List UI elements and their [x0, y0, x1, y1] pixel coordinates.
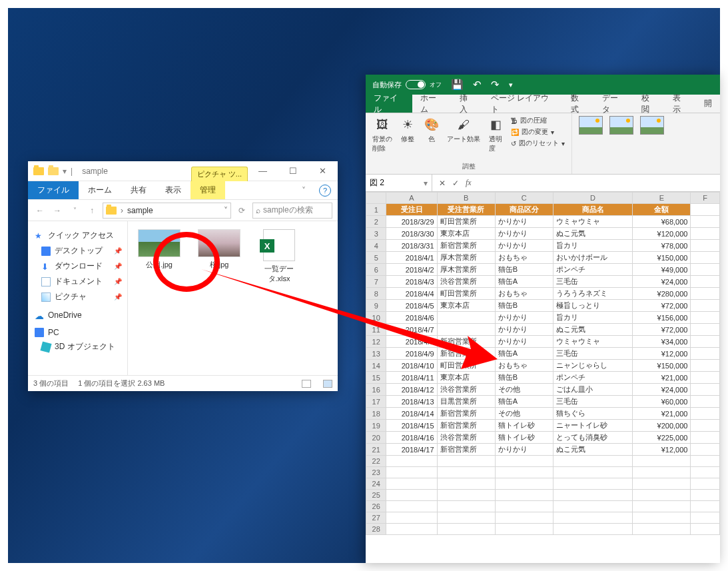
nav-documents[interactable]: ドキュメント📌 — [28, 274, 127, 289]
excel-titlebar[interactable]: 自動保存オフ 💾 ↶ ↷ ▾ — [366, 75, 720, 95]
explorer-ribbon-tabs: ファイル ホーム 共有 表示 管理 ˅ ? — [28, 181, 338, 200]
tab-manage[interactable]: 管理 — [190, 181, 225, 199]
help-icon[interactable]: ? — [319, 185, 331, 197]
tab-home[interactable]: ホーム — [79, 181, 121, 199]
picture-style-thumb[interactable] — [579, 116, 603, 135]
file-list: 公園.jpg 桜.jpg 一覧データ.xlsx — [128, 221, 338, 375]
qat-customize-icon[interactable]: ▾ — [509, 81, 513, 89]
view-details-icon[interactable] — [302, 380, 311, 388]
folder-icon — [33, 167, 44, 175]
nav-pictures[interactable]: ピクチャ📌 — [28, 289, 127, 304]
corrections-button[interactable]: ☀修整 — [399, 116, 416, 144]
excel-window: 自動保存オフ 💾 ↶ ↷ ▾ ファイル ホーム 挿入 ページ レイアウト 数式 … — [366, 75, 720, 563]
address-segment[interactable]: sample — [127, 206, 153, 215]
fx-icon[interactable]: fx — [466, 178, 472, 188]
nav-forward-button[interactable]: → — [51, 206, 64, 215]
compress-pictures-button[interactable]: 🗜図の圧縮 — [511, 116, 565, 125]
tab-home[interactable]: ホーム — [412, 95, 452, 113]
window-title: sample — [78, 161, 191, 181]
color-button[interactable]: 🎨色 — [423, 116, 440, 144]
close-button[interactable]: ✕ — [308, 161, 338, 181]
file-item-park[interactable]: 公園.jpg — [136, 229, 182, 270]
address-bar[interactable]: › sample ˅ — [103, 203, 231, 219]
remove-background-button[interactable]: 🖼背景の 削除 — [372, 116, 392, 153]
tab-file[interactable]: ファイル — [366, 95, 412, 113]
autosave-toggle[interactable] — [406, 80, 426, 89]
minimize-button[interactable]: — — [248, 161, 278, 181]
tab-share[interactable]: 共有 — [121, 181, 156, 199]
status-bar: 3 個の項目 1 個の項目を選択 2.63 MB — [28, 375, 338, 391]
ribbon-group-label: 調整 — [462, 161, 476, 171]
tab-view[interactable]: 表示 — [156, 181, 190, 199]
explorer-window: ▾ | sample ピクチャ ツ... — ☐ ✕ ファイル ホーム 共有 表… — [28, 161, 338, 391]
tab-formulas[interactable]: 数式 — [563, 95, 594, 113]
excel-ribbon: 🖼背景の 削除 ☀修整 🎨色 🖌アート効果 ◧透明 度 🗜図の圧縮 🔁図の変更▾… — [366, 113, 720, 175]
file-item-list-xlsx[interactable]: 一覧データ.xlsx — [256, 229, 302, 284]
tab-file[interactable]: ファイル — [28, 181, 79, 199]
thumbnail-icon — [198, 229, 240, 257]
folder-icon — [106, 207, 117, 215]
nav-up-button[interactable]: ↑ — [85, 206, 99, 215]
change-picture-button[interactable]: 🔁図の変更▾ — [511, 127, 565, 137]
reset-picture-button[interactable]: ↺図のリセット▾ — [511, 139, 565, 148]
contextual-tab-picture-tools[interactable]: ピクチャ ツ... — [191, 167, 248, 181]
status-selection: 1 個の項目を選択 2.63 MB — [78, 378, 165, 388]
folder-icon — [48, 167, 59, 175]
excel-file-icon — [263, 229, 295, 261]
picture-style-thumb[interactable] — [640, 116, 664, 135]
redo-icon[interactable]: ↷ — [491, 79, 500, 91]
nav-desktop[interactable]: デスクトップ📌 — [28, 243, 127, 259]
view-large-icons-icon[interactable] — [323, 380, 332, 388]
file-item-sakura[interactable]: 桜.jpg — [196, 229, 242, 270]
tab-insert[interactable]: 挿入 — [452, 95, 483, 113]
nav-onedrive[interactable]: ☁OneDrive — [28, 308, 127, 322]
maximize-button[interactable]: ☐ — [278, 161, 308, 181]
undo-icon[interactable]: ↶ — [473, 79, 482, 91]
nav-history-button[interactable]: ˅ — [68, 207, 81, 214]
navigation-pane: ★クイック アクセス デスクトップ📌 ⬇ダウンロード📌 ドキュメント📌 ピクチャ… — [28, 221, 128, 375]
search-input[interactable]: sampleの検索 — [252, 203, 332, 219]
tab-review[interactable]: 校閲 — [633, 95, 665, 113]
nav-3d-objects[interactable]: 3D オブジェクト — [28, 339, 127, 354]
cancel-icon[interactable]: ✕ — [439, 179, 446, 188]
picture-style-thumb[interactable] — [609, 116, 633, 135]
thumbnail-icon — [138, 229, 181, 257]
tab-view[interactable]: 表示 — [665, 95, 696, 113]
tab-page-layout[interactable]: ページ レイアウト — [483, 95, 563, 113]
nav-pc[interactable]: PC — [28, 326, 127, 339]
status-item-count: 3 個の項目 — [33, 378, 69, 388]
explorer-titlebar[interactable]: ▾ | sample ピクチャ ツ... — ☐ ✕ — [28, 161, 338, 181]
name-box[interactable]: 図 2▾ — [366, 175, 432, 191]
enter-icon[interactable]: ✓ — [452, 179, 459, 188]
refresh-button[interactable]: ⟳ — [235, 206, 248, 215]
spreadsheet-grid[interactable]: ABCDEF1受注日受注営業所商品区分商品名金額22018/3/29町田営業所か… — [366, 192, 720, 563]
tab-data[interactable]: データ — [594, 95, 633, 113]
nav-quick-access[interactable]: ★クイック アクセス — [28, 228, 127, 243]
tab-developer[interactable]: 開 — [696, 95, 720, 113]
excel-ribbon-tabs: ファイル ホーム 挿入 ページ レイアウト 数式 データ 校閲 表示 開 — [366, 95, 720, 113]
transparency-button[interactable]: ◧透明 度 — [487, 116, 504, 153]
save-icon[interactable]: 💾 — [451, 79, 464, 91]
nav-back-button[interactable]: ← — [33, 206, 47, 215]
nav-downloads[interactable]: ⬇ダウンロード📌 — [28, 259, 127, 274]
artistic-effects-button[interactable]: 🖌アート効果 — [447, 116, 480, 144]
